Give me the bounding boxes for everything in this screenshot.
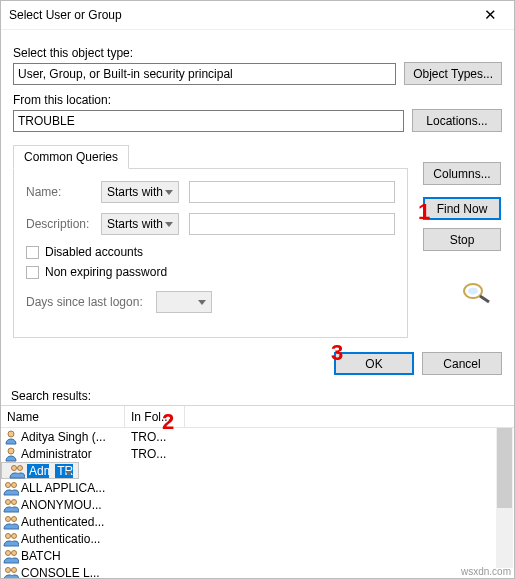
svg-point-2 (468, 288, 478, 295)
svg-point-16 (12, 550, 17, 555)
side-buttons: Columns... Find Now Stop (423, 162, 501, 251)
svg-point-18 (12, 567, 17, 572)
watermark: wsxdn.com (461, 566, 511, 577)
svg-point-6 (18, 465, 23, 470)
search-results-label: Search results: (11, 389, 502, 403)
checkbox-icon (26, 266, 39, 279)
titlebar: Select User or Group ✕ (1, 1, 514, 30)
svg-point-7 (6, 482, 11, 487)
close-button[interactable]: ✕ (468, 1, 512, 29)
table-header: Name In Fol... (1, 406, 514, 428)
cancel-button[interactable]: Cancel (422, 352, 502, 375)
svg-point-14 (12, 533, 17, 538)
columns-button[interactable]: Columns... (423, 162, 501, 185)
window-title: Select User or Group (9, 8, 468, 22)
annotation-2: 2 (162, 409, 174, 435)
table-row[interactable]: Authenticatio... (1, 530, 514, 547)
scrollbar-thumb[interactable] (497, 428, 512, 508)
name-input[interactable] (189, 181, 395, 203)
svg-point-12 (12, 516, 17, 521)
object-type-field[interactable]: User, Group, or Built-in security princi… (13, 63, 396, 85)
svg-point-10 (12, 499, 17, 504)
desc-input[interactable] (189, 213, 395, 235)
table-row[interactable]: Aditya Singh (...TRO... (1, 428, 514, 445)
magnifier-icon (459, 280, 493, 304)
location-label: From this location: (13, 93, 502, 107)
checkbox-icon (26, 246, 39, 259)
table-row[interactable]: ALL APPLICA... (1, 479, 514, 496)
table-row[interactable]: Authenticated... (1, 513, 514, 530)
stop-button[interactable]: Stop (423, 228, 501, 251)
svg-point-11 (6, 516, 11, 521)
annotation-3: 3 (331, 340, 343, 366)
disabled-accounts-checkbox[interactable]: Disabled accounts (26, 245, 395, 259)
col-folder[interactable]: In Fol... (125, 406, 185, 427)
svg-point-17 (6, 567, 11, 572)
svg-line-1 (480, 296, 489, 302)
days-since-select[interactable] (156, 291, 212, 313)
ok-button[interactable]: OK (334, 352, 414, 375)
desc-mode-select[interactable]: Starts with (101, 213, 179, 235)
annotation-1: 1 (418, 199, 430, 225)
tab-common-queries[interactable]: Common Queries (13, 145, 129, 169)
table-row[interactable]: AdministratorTRO... (1, 445, 514, 462)
svg-point-9 (6, 499, 11, 504)
table-row[interactable]: AdministratorsTRO... (1, 462, 79, 479)
svg-point-8 (12, 482, 17, 487)
name-label: Name: (26, 185, 91, 199)
svg-point-4 (8, 448, 14, 454)
results-table: Name In Fol... Aditya Singh (...TRO...Ad… (1, 405, 514, 578)
table-row[interactable]: BATCH (1, 547, 514, 564)
find-now-button[interactable]: Find Now (423, 197, 501, 220)
days-since-label: Days since last logon: (26, 295, 146, 309)
table-row[interactable]: CONSOLE L... (1, 564, 514, 578)
object-types-button[interactable]: Object Types... (404, 62, 502, 85)
dialog: Select User or Group ✕ Select this objec… (0, 0, 515, 579)
queries-panel: Name: Starts with Description: Starts wi… (13, 168, 408, 338)
col-name[interactable]: Name (1, 406, 125, 427)
object-type-label: Select this object type: (13, 46, 502, 60)
desc-label: Description: (26, 217, 91, 231)
scrollbar[interactable] (496, 428, 513, 568)
table-row[interactable]: ANONYMOU... (1, 496, 514, 513)
svg-point-3 (8, 431, 14, 437)
name-mode-select[interactable]: Starts with (101, 181, 179, 203)
location-field[interactable]: TROUBLE (13, 110, 404, 132)
svg-point-15 (6, 550, 11, 555)
locations-button[interactable]: Locations... (412, 109, 502, 132)
svg-point-13 (6, 533, 11, 538)
svg-point-5 (12, 465, 17, 470)
non-expiring-checkbox[interactable]: Non expiring password (26, 265, 395, 279)
